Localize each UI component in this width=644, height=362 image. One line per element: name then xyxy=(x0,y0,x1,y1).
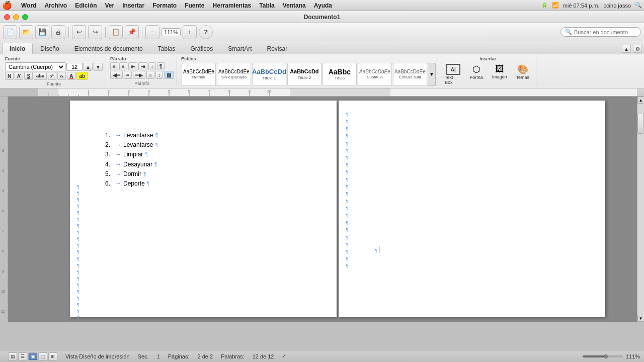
search-input[interactable] xyxy=(574,29,636,35)
list-row: ≡ ≡ ⇤ ⇥ ↕ ¶ xyxy=(110,62,165,70)
ruler-main: 1 2 3 4 5 6 7 8 9 10 xyxy=(38,88,637,96)
para-marks-button[interactable]: ¶ xyxy=(157,62,165,70)
scroll-track[interactable] xyxy=(637,104,644,315)
image-button[interactable]: 🖼 Imagen xyxy=(489,62,511,81)
window-controls xyxy=(4,14,28,20)
maximize-button[interactable] xyxy=(22,14,28,20)
scroll-down-button[interactable]: ▼ xyxy=(637,315,645,322)
outdent-button[interactable]: ⇤ xyxy=(128,62,137,70)
font-name-select[interactable]: Cambria (Cuerpo) xyxy=(5,62,65,71)
svg-text:9: 9 xyxy=(249,89,251,93)
redo-button[interactable]: ↪ xyxy=(88,25,102,39)
ribbon-options-button[interactable]: ⚙ xyxy=(633,45,642,53)
tab-smartart[interactable]: SmartArt xyxy=(220,43,259,54)
menu-insertar[interactable]: Insertar xyxy=(118,1,148,10)
strikethrough-button[interactable]: abc xyxy=(34,72,47,80)
align-center-button[interactable]: = xyxy=(124,71,132,79)
themes-button[interactable]: 🎨 Temas xyxy=(512,62,534,81)
view-print-button[interactable]: ▣ xyxy=(28,352,37,360)
superscript-button[interactable]: x² xyxy=(48,72,56,80)
menu-formato[interactable]: Formato xyxy=(148,1,181,10)
number-list-button[interactable]: ≡ xyxy=(119,62,127,70)
help-button[interactable]: ? xyxy=(199,25,213,39)
open-button[interactable]: 📂 xyxy=(19,25,33,39)
style-normal[interactable]: AaBbCcDdEe Normal xyxy=(182,63,216,86)
view-web-button[interactable]: ⬚ xyxy=(38,352,47,360)
page-2-content[interactable]: ¶ ¶ ¶ ¶ ¶ ¶ ¶ ¶ ¶ ¶ ¶ ¶ ¶ ¶ ¶ ¶ ¶ xyxy=(339,101,605,317)
minimize-button[interactable] xyxy=(13,14,19,20)
copy-button[interactable]: 📋 xyxy=(109,25,123,39)
align-left-button[interactable]: ◀═ xyxy=(110,71,123,79)
style-subtitle[interactable]: AaBbCcDdEe Subtítulo xyxy=(358,63,392,86)
tab-revisar[interactable]: Revisar xyxy=(260,43,295,54)
tab-tablas[interactable]: Tablas xyxy=(150,43,183,54)
search-icon: 🔍 xyxy=(565,29,572,35)
tab-inicio[interactable]: Inicio xyxy=(2,43,33,54)
font-format-row: N K S abc x² x₂ A ab xyxy=(5,72,88,80)
menu-ver[interactable]: Ver xyxy=(101,1,118,10)
font-color-button[interactable]: A xyxy=(67,72,75,80)
menu-edicion[interactable]: Edición xyxy=(71,1,101,10)
view-normal-button[interactable]: ▤ xyxy=(8,352,17,360)
highlight-button[interactable]: ab xyxy=(76,72,88,80)
right-scrollbar[interactable]: ▲ ▼ xyxy=(637,97,644,322)
justify-button[interactable]: ≡ xyxy=(146,71,154,79)
search-icon[interactable]: 🔍 xyxy=(635,2,642,9)
paste-button[interactable]: 📌 xyxy=(125,25,139,39)
line-spacing-button[interactable]: ↕ xyxy=(155,71,163,79)
zoom-in-button[interactable]: + xyxy=(183,25,197,39)
bold-button[interactable]: N xyxy=(5,72,14,80)
new-doc-button[interactable]: 📄 xyxy=(3,25,17,39)
indent-button[interactable]: ⇥ xyxy=(138,62,147,70)
font-size-input[interactable] xyxy=(66,63,83,71)
shading-button[interactable]: ▨ xyxy=(164,71,174,79)
scroll-thumb[interactable] xyxy=(637,114,643,134)
svg-rect-26 xyxy=(290,88,390,97)
styles-scroll-button[interactable]: ▼ xyxy=(428,63,436,86)
shape-button[interactable]: ⬡ Forma xyxy=(465,62,488,81)
ribbon-collapse-button[interactable]: ▲ xyxy=(622,45,631,53)
align-right-button[interactable]: ═▶ xyxy=(133,71,145,79)
close-button[interactable] xyxy=(4,14,10,20)
menu-herramientas[interactable]: Herramientas xyxy=(209,1,256,10)
menu-ventana[interactable]: Ventana xyxy=(279,1,310,10)
tab-graficos[interactable]: Gráficos xyxy=(183,43,220,54)
view-outline-button[interactable]: ☰ xyxy=(18,352,27,360)
spell-check-icon[interactable]: ✓ xyxy=(282,353,286,359)
separator-1 xyxy=(68,27,69,38)
textbox-button[interactable]: A| Text Box xyxy=(442,62,464,86)
apple-menu[interactable]: 🍎 xyxy=(2,1,12,10)
print-button[interactable]: 🖨 xyxy=(51,25,65,39)
undo-button[interactable]: ↩ xyxy=(72,25,86,39)
menu-ayuda[interactable]: Ayuda xyxy=(310,1,336,10)
sort-button[interactable]: ↕ xyxy=(148,62,156,70)
menu-fuente[interactable]: Fuente xyxy=(181,1,208,10)
menu-tabla[interactable]: Tabla xyxy=(255,1,278,10)
bullet-list-button[interactable]: ≡ xyxy=(110,62,118,70)
page-1-content[interactable]: 1. → Levantarse ¶ 2. → Levantarse ¶ 3. → xyxy=(70,101,337,317)
zoom-handle[interactable] xyxy=(604,354,608,358)
subscript-button[interactable]: x₂ xyxy=(57,72,66,80)
italic-button[interactable]: K xyxy=(15,72,23,80)
style-title1[interactable]: AaBbCcDd Título 1 xyxy=(252,63,286,86)
underline-button[interactable]: S xyxy=(24,72,33,80)
style-no-spacing[interactable]: AaBbCcDdEe Sin espaciado xyxy=(217,63,251,86)
font-size-down-button[interactable]: ▼ xyxy=(94,63,103,71)
font-size-up-button[interactable]: ▲ xyxy=(84,63,93,71)
style-emphasis[interactable]: AaBbCcDdEe Énfasis sutil xyxy=(393,63,427,86)
save-button[interactable]: 💾 xyxy=(35,25,49,39)
tab-diseno[interactable]: Diseño xyxy=(33,43,66,54)
menu-word[interactable]: Word xyxy=(17,1,40,10)
style-title[interactable]: AaBbc Título xyxy=(323,63,357,86)
svg-text:11: 11 xyxy=(1,310,5,313)
style-title2[interactable]: AaBbCcDd Título 2 xyxy=(287,63,321,86)
scroll-up-button[interactable]: ▲ xyxy=(637,97,645,104)
document-area: 1 2 3 4 5 6 7 8 9 10 11 xyxy=(0,97,644,322)
svg-text:10: 10 xyxy=(1,290,5,293)
menu-archivo[interactable]: Archivo xyxy=(40,1,71,10)
tab-elementos[interactable]: Elementos de documento xyxy=(67,43,150,54)
search-box[interactable]: 🔍 xyxy=(560,27,641,37)
zoom-out-button[interactable]: − xyxy=(145,25,159,39)
view-focus-button[interactable]: ⊞ xyxy=(48,352,57,360)
zoom-track[interactable] xyxy=(583,355,623,357)
